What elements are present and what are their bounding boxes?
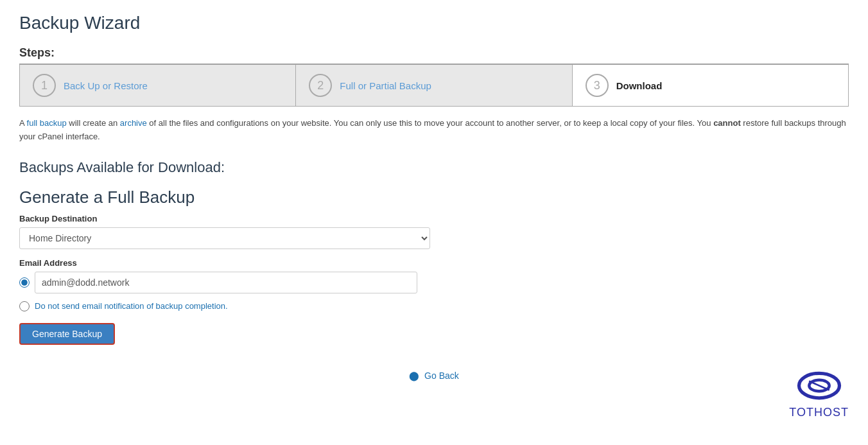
- description-text: A full backup will create an archive of …: [19, 117, 849, 144]
- logo-host: HOST: [814, 406, 849, 419]
- step-2-label: Full or Partial Backup: [340, 80, 431, 91]
- step-3[interactable]: 3 Download: [573, 65, 848, 106]
- step-1-circle: 1: [33, 74, 56, 97]
- page-container: Backup Wizard Steps: 1 Back Up or Restor…: [0, 0, 868, 445]
- go-back-icon: ⬤: [409, 371, 419, 381]
- step-2[interactable]: 2 Full or Partial Backup: [296, 65, 572, 106]
- step-2-number: 2: [317, 79, 324, 92]
- go-back-link[interactable]: ⬤ Go Back: [409, 371, 459, 381]
- no-email-radio[interactable]: [19, 301, 30, 311]
- backup-destination-label: Backup Destination: [19, 214, 849, 223]
- archive-link: archive: [120, 118, 147, 128]
- logo-container: TOTHOST: [789, 368, 849, 419]
- step-2-circle: 2: [309, 74, 332, 97]
- full-backup-link: full backup: [27, 118, 67, 128]
- email-radio[interactable]: [19, 277, 30, 288]
- cannot-text: cannot: [713, 118, 741, 128]
- email-row: [19, 272, 849, 293]
- no-email-row: Do not send email notification of backup…: [19, 301, 849, 311]
- generate-backup-button[interactable]: Generate Backup: [19, 323, 115, 345]
- email-label: Email Address: [19, 258, 849, 268]
- step-3-label: Download: [616, 80, 663, 91]
- steps-label: Steps:: [19, 46, 849, 60]
- step-1-label: Back Up or Restore: [64, 80, 148, 91]
- no-email-label: Do not send email notification of backup…: [35, 301, 228, 311]
- email-input[interactable]: [35, 272, 417, 293]
- logo-icon: [797, 368, 842, 403]
- logo-tot: TOT: [789, 406, 814, 419]
- logo-text: TOTHOST: [789, 406, 849, 419]
- go-back-container: ⬤ Go Back: [19, 371, 849, 381]
- page-title: Backup Wizard: [19, 13, 849, 33]
- steps-container: 1 Back Up or Restore 2 Full or Partial B…: [19, 64, 849, 107]
- go-back-label: Go Back: [424, 371, 459, 381]
- step-3-number: 3: [594, 79, 600, 92]
- backups-section-title: Backups Available for Download:: [19, 159, 849, 176]
- generate-section-title: Generate a Full Backup: [19, 188, 849, 207]
- step-3-circle: 3: [586, 74, 609, 97]
- step-1[interactable]: 1 Back Up or Restore: [20, 65, 296, 106]
- backup-destination-select[interactable]: Home Directory Remote FTP Server Remote …: [19, 227, 430, 249]
- step-1-number: 1: [41, 79, 48, 92]
